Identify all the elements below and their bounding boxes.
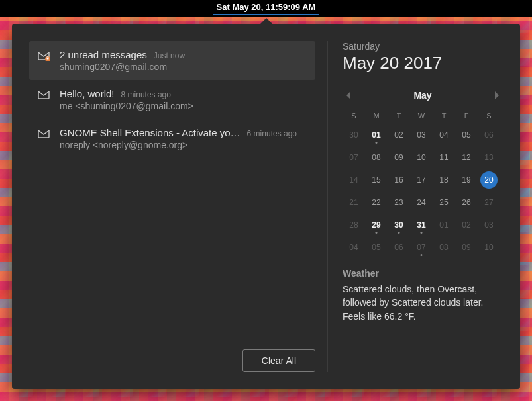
date-label: May 20 2017 [343, 53, 503, 73]
calendar-day[interactable]: 19 [455, 169, 478, 191]
top-bar: Sat May 20, 11:59:09 AM [0, 0, 532, 17]
notification-subtitle: me <shuming0207@gmail.com> [60, 101, 306, 111]
calendar-header: May [343, 89, 503, 101]
calendar-day[interactable]: 02 [388, 124, 410, 146]
calendar-day[interactable]: 24 [410, 191, 433, 214]
calendar-day[interactable]: 01 [365, 124, 388, 146]
notification-time: Just now [154, 51, 185, 60]
weekday-label: Saturday [343, 41, 503, 52]
dow-header: S [343, 108, 365, 124]
notification-time: 6 minutes ago [247, 129, 297, 138]
notification-body: Hello, world!8 minutes agome <shuming020… [60, 88, 306, 111]
calendar-day[interactable]: 25 [433, 191, 455, 214]
calendar-day[interactable]: 16 [388, 169, 410, 191]
notification-item[interactable]: Hello, world!8 minutes agome <shuming020… [29, 80, 315, 119]
svg-rect-2 [47, 58, 49, 60]
notification-body: 2 unread messagesJust nowshuming0207@gma… [60, 49, 306, 72]
mail-unread-icon [38, 52, 50, 61]
svg-rect-3 [38, 91, 49, 99]
chevron-right-icon [494, 91, 500, 99]
calendar-day[interactable]: 10 [410, 146, 433, 169]
notification-subtitle: shuming0207@gmail.com [60, 62, 306, 72]
calendar-day[interactable]: 06 [388, 236, 410, 259]
dow-header: T [388, 108, 410, 124]
notifications-pane: 2 unread messagesJust nowshuming0207@gma… [29, 41, 327, 372]
calendar-day[interactable]: 08 [365, 146, 388, 169]
calendar-day[interactable]: 12 [455, 146, 478, 169]
calendar-day[interactable]: 15 [365, 169, 388, 191]
calendar-day[interactable]: 23 [388, 191, 410, 214]
weather-heading: Weather [343, 268, 503, 279]
calendar-day[interactable]: 27 [478, 191, 500, 214]
calendar-day[interactable]: 29 [365, 214, 388, 236]
calendar-grid: SMTWTFS300102030405060708091011121314151… [343, 108, 503, 259]
next-month-button[interactable] [491, 89, 503, 101]
dow-header: W [410, 108, 433, 124]
calendar-day[interactable]: 03 [478, 214, 500, 236]
calendar-day[interactable]: 26 [455, 191, 478, 214]
chevron-left-icon [345, 91, 352, 99]
svg-rect-4 [38, 130, 49, 138]
calendar-pane: Saturday May 20 2017 May SMTWTFS30010203… [328, 41, 503, 372]
mail-icon [38, 91, 50, 100]
weather-text: Scattered clouds, then Overcast, followe… [343, 283, 503, 323]
calendar-day[interactable]: 13 [478, 146, 500, 169]
dow-header: S [478, 108, 500, 124]
calendar-day[interactable]: 31 [410, 214, 433, 236]
calendar-day[interactable]: 21 [343, 191, 365, 214]
calendar-day[interactable]: 17 [410, 169, 433, 191]
notification-subtitle: noreply <noreply@gnome.org> [60, 140, 306, 150]
calendar-day[interactable]: 11 [433, 146, 455, 169]
calendar-day[interactable]: 09 [388, 146, 410, 169]
calendar-day[interactable]: 28 [343, 214, 365, 236]
notification-time: 8 minutes ago [121, 90, 171, 99]
notification-title: GNOME Shell Extensions - Activate yo… [60, 127, 240, 138]
dow-header: M [365, 108, 388, 124]
calendar-day[interactable]: 30 [343, 124, 365, 146]
notification-body: GNOME Shell Extensions - Activate yo…6 m… [60, 127, 306, 150]
mail-icon [38, 130, 50, 139]
calendar-day[interactable]: 03 [410, 124, 433, 146]
notification-list: 2 unread messagesJust nowshuming0207@gma… [29, 41, 315, 343]
notification-title: 2 unread messages [60, 49, 147, 60]
calendar-day[interactable]: 22 [365, 191, 388, 214]
calendar-day[interactable]: 05 [455, 124, 478, 146]
calendar-day[interactable]: 08 [433, 236, 455, 259]
notification-title: Hello, world! [60, 88, 115, 99]
notification-item[interactable]: 2 unread messagesJust nowshuming0207@gma… [29, 41, 315, 80]
calendar-day-today[interactable]: 20 [478, 169, 500, 191]
calendar-day[interactable]: 07 [343, 146, 365, 169]
dow-header: T [433, 108, 455, 124]
calendar-day[interactable]: 05 [365, 236, 388, 259]
clock-button[interactable]: Sat May 20, 11:59:09 AM [213, 2, 320, 15]
notification-item[interactable]: GNOME Shell Extensions - Activate yo…6 m… [29, 119, 315, 158]
dow-header: F [455, 108, 478, 124]
prev-month-button[interactable] [343, 89, 354, 101]
calendar-day[interactable]: 02 [455, 214, 478, 236]
calendar-day[interactable]: 04 [343, 236, 365, 259]
calendar-day[interactable]: 30 [388, 214, 410, 236]
month-label: May [413, 90, 431, 101]
clear-all-button[interactable]: Clear All [242, 349, 315, 372]
calendar-day[interactable]: 10 [478, 236, 500, 259]
calendar-day[interactable]: 14 [343, 169, 365, 191]
calendar-day[interactable]: 18 [433, 169, 455, 191]
calendar-day[interactable]: 04 [433, 124, 455, 146]
calendar-day[interactable]: 06 [478, 124, 500, 146]
calendar-day[interactable]: 07 [410, 236, 433, 259]
calendar-day[interactable]: 09 [455, 236, 478, 259]
datetime-panel: 2 unread messagesJust nowshuming0207@gma… [12, 24, 520, 389]
calendar-day[interactable]: 01 [433, 214, 455, 236]
